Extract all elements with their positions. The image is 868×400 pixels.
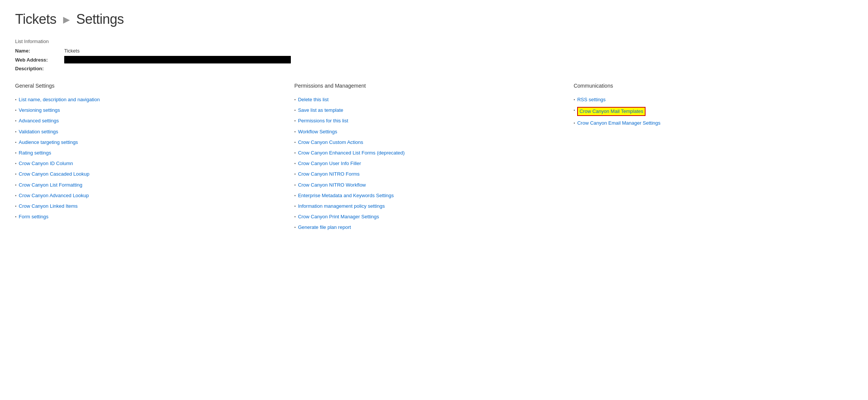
general-settings-link[interactable]: List name, description and navigation [19, 96, 100, 103]
list-info-section: List Information Name: Tickets Web Addre… [15, 39, 853, 71]
bullet-icon: ▪ [294, 183, 296, 187]
permissions-link[interactable]: Crow Canyon Print Manager Settings [298, 213, 379, 220]
general-settings-header: General Settings [15, 83, 287, 89]
list-item: ▪Crow Canyon User Info Filler [294, 160, 566, 167]
bullet-icon: ▪ [294, 193, 296, 198]
permissions-list: ▪Delete this list▪Save list as template▪… [294, 96, 566, 231]
general-settings-list: ▪List name, description and navigation▪V… [15, 96, 287, 220]
bullet-icon: ▪ [15, 172, 17, 176]
list-item: ▪Enterprise Metadata and Keywords Settin… [294, 192, 566, 199]
permissions-link[interactable]: Delete this list [298, 96, 329, 103]
permissions-link[interactable]: Information management policy settings [298, 203, 385, 210]
list-item: ▪Crow Canyon List Formatting [15, 182, 287, 188]
general-settings-link[interactable]: Crow Canyon List Formatting [19, 182, 82, 188]
bullet-icon: ▪ [294, 108, 296, 112]
list-item: ▪Crow Canyon Enhanced List Forms (deprec… [294, 150, 566, 156]
list-item: ▪Validation settings [15, 128, 287, 135]
list-item: ▪List name, description and navigation [15, 96, 287, 103]
communications-list: ▪RSS settings▪Crow Canyon Mail Templates… [574, 96, 845, 127]
list-item: ▪Crow Canyon Email Manager Settings [574, 120, 845, 127]
general-settings-link[interactable]: Crow Canyon Cascaded Lookup [19, 171, 90, 178]
bullet-icon: ▪ [294, 140, 296, 144]
communications-link[interactable]: Crow Canyon Email Manager Settings [577, 120, 660, 127]
bullet-icon: ▪ [15, 108, 17, 112]
list-item: ▪Crow Canyon ID Column [15, 160, 287, 167]
list-item: ▪Permissions for this list [294, 117, 566, 124]
bullet-icon: ▪ [294, 130, 296, 134]
bullet-icon: ▪ [15, 97, 17, 102]
list-item: ▪Rating settings [15, 150, 287, 156]
page-title: Tickets ▸ Settings [15, 11, 853, 27]
list-item: ▪Workflow Settings [294, 128, 566, 135]
description-row: Description: [15, 66, 853, 71]
web-address-value [64, 56, 291, 63]
bullet-icon: ▪ [15, 140, 17, 144]
highlighted-mail-templates: Crow Canyon Mail Templates [577, 107, 646, 116]
permissions-link[interactable]: Permissions for this list [298, 117, 348, 124]
breadcrumb-separator: ▸ [63, 11, 73, 27]
bullet-icon: ▪ [15, 130, 17, 134]
permissions-link[interactable]: Crow Canyon NITRO Workflow [298, 182, 366, 188]
name-row: Name: Tickets [15, 48, 853, 54]
bullet-icon: ▪ [574, 108, 575, 112]
name-label: Name: [15, 48, 64, 54]
bullet-icon: ▪ [15, 151, 17, 155]
general-settings-link[interactable]: Validation settings [19, 128, 59, 135]
permissions-link[interactable]: Workflow Settings [298, 128, 337, 135]
bullet-icon: ▪ [294, 97, 296, 102]
bullet-icon: ▪ [15, 193, 17, 198]
list-item: ▪Save list as template [294, 107, 566, 114]
general-settings-link[interactable]: Crow Canyon Advanced Lookup [19, 192, 89, 199]
bullet-icon: ▪ [294, 119, 296, 123]
list-item: ▪Audience targeting settings [15, 139, 287, 146]
general-settings-link[interactable]: Crow Canyon Linked Items [19, 203, 78, 210]
bullet-icon: ▪ [15, 119, 17, 123]
list-item: ▪Versioning settings [15, 107, 287, 114]
web-address-label: Web Address: [15, 57, 64, 63]
bullet-icon: ▪ [15, 183, 17, 187]
permissions-column: Permissions and Management ▪Delete this … [294, 83, 573, 235]
bullet-icon: ▪ [15, 215, 17, 219]
bullet-icon: ▪ [294, 215, 296, 219]
bullet-icon: ▪ [15, 161, 17, 165]
permissions-link[interactable]: Crow Canyon NITRO Forms [298, 171, 360, 178]
list-item: ▪Crow Canyon Linked Items [15, 203, 287, 210]
communications-link[interactable]: Crow Canyon Mail Templates [579, 108, 643, 114]
general-settings-link[interactable]: Advanced settings [19, 117, 59, 124]
permissions-link[interactable]: Crow Canyon Enhanced List Forms (depreca… [298, 150, 405, 156]
list-item: ▪Crow Canyon Mail Templates [574, 107, 845, 116]
list-item: ▪Crow Canyon NITRO Workflow [294, 182, 566, 188]
communications-header: Communications [574, 83, 845, 89]
general-settings-link[interactable]: Audience targeting settings [19, 139, 78, 146]
list-item: ▪Crow Canyon Cascaded Lookup [15, 171, 287, 178]
list-info-label: List Information [15, 39, 853, 44]
breadcrumb-part2: Settings [76, 11, 124, 27]
list-item: ▪Crow Canyon Custom Actions [294, 139, 566, 146]
list-item: ▪Crow Canyon Print Manager Settings [294, 213, 566, 220]
permissions-link[interactable]: Crow Canyon Custom Actions [298, 139, 363, 146]
permissions-link[interactable]: Generate file plan report [298, 224, 351, 231]
bullet-icon: ▪ [294, 151, 296, 155]
bullet-icon: ▪ [15, 204, 17, 208]
communications-column: Communications ▪RSS settings▪Crow Canyon… [574, 83, 853, 235]
communications-link[interactable]: RSS settings [577, 96, 605, 103]
breadcrumb-part1: Tickets [15, 11, 56, 27]
list-item: ▪Delete this list [294, 96, 566, 103]
general-settings-link[interactable]: Rating settings [19, 150, 51, 156]
bullet-icon: ▪ [294, 204, 296, 208]
name-value: Tickets [64, 48, 80, 54]
permissions-link[interactable]: Crow Canyon User Info Filler [298, 160, 361, 167]
general-settings-link[interactable]: Versioning settings [19, 107, 60, 114]
bullet-icon: ▪ [294, 161, 296, 165]
general-settings-column: General Settings ▪List name, description… [15, 83, 294, 235]
list-item: ▪Form settings [15, 213, 287, 220]
permissions-link[interactable]: Save list as template [298, 107, 343, 114]
general-settings-link[interactable]: Crow Canyon ID Column [19, 160, 73, 167]
bullet-icon: ▪ [294, 225, 296, 229]
permissions-header: Permissions and Management [294, 83, 566, 89]
bullet-icon: ▪ [574, 121, 575, 125]
permissions-link[interactable]: Enterprise Metadata and Keywords Setting… [298, 192, 394, 199]
general-settings-link[interactable]: Form settings [19, 213, 49, 220]
columns-container: General Settings ▪List name, description… [15, 83, 853, 235]
web-address-row: Web Address: [15, 56, 853, 63]
